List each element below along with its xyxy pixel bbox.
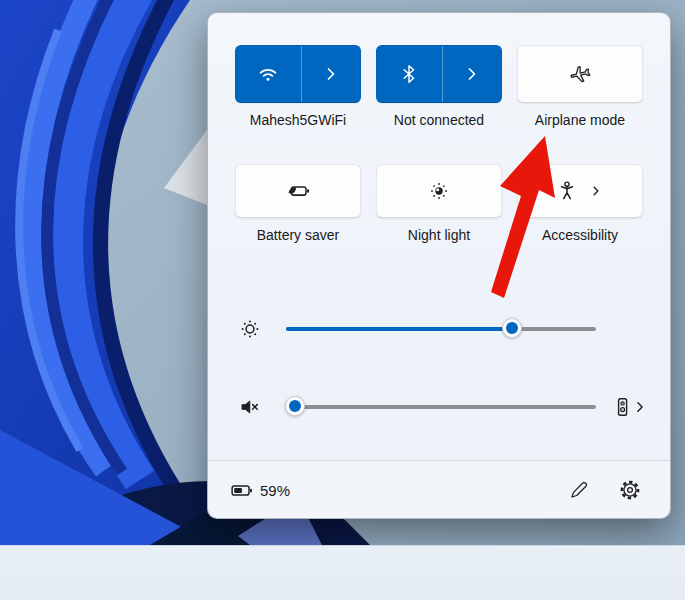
- wifi-expander[interactable]: [301, 46, 360, 102]
- accessibility-tile: Accessibility: [517, 164, 643, 243]
- brightness-icon: [238, 317, 262, 341]
- volume-track[interactable]: [286, 405, 596, 409]
- volume-muted-icon[interactable]: [238, 395, 262, 419]
- bluetooth-icon: [398, 63, 420, 85]
- tile-row-1: Mahesh5GWiFi Not connected: [235, 45, 643, 128]
- wifi-icon: [256, 62, 280, 86]
- night-light-button[interactable]: [376, 164, 502, 218]
- accessibility-icon: [555, 179, 579, 203]
- brightness-slider[interactable]: [286, 317, 596, 341]
- chevron-right-icon: [587, 182, 605, 200]
- accessibility-label: Accessibility: [542, 227, 618, 243]
- gear-icon: [618, 478, 642, 502]
- volume-thumb[interactable]: [285, 396, 305, 416]
- wifi-tile: Mahesh5GWiFi: [235, 45, 361, 128]
- airplane-icon: [568, 62, 592, 86]
- battery-saver-button[interactable]: [235, 164, 361, 218]
- battery-percent-label: 59%: [260, 482, 290, 499]
- wifi-button[interactable]: [235, 45, 361, 103]
- volume-row: [238, 395, 642, 419]
- volume-slider[interactable]: [286, 395, 596, 419]
- airplane-mode-label: Airplane mode: [535, 112, 625, 128]
- accessibility-button[interactable]: [517, 164, 643, 218]
- settings-button[interactable]: [612, 472, 648, 508]
- battery-saver-label: Battery saver: [257, 227, 339, 243]
- tile-row-2: Battery saver Night light: [235, 164, 643, 243]
- bluetooth-button[interactable]: [376, 45, 502, 103]
- quick-settings-panel: Mahesh5GWiFi Not connected: [207, 12, 671, 519]
- chevron-right-icon: [462, 64, 482, 84]
- airplane-tile: Airplane mode: [517, 45, 643, 128]
- audio-output-chevron-icon[interactable]: [630, 395, 650, 419]
- battery-icon: [229, 478, 254, 503]
- quick-settings-footer: 59%: [208, 460, 670, 518]
- night-light-label: Night light: [408, 227, 470, 243]
- battery-status[interactable]: 59%: [229, 478, 290, 503]
- pencil-icon: [567, 479, 590, 502]
- bluetooth-toggle[interactable]: [377, 46, 442, 102]
- night-light-tile: Night light: [376, 164, 502, 243]
- brightness-fill: [286, 327, 512, 331]
- bluetooth-tile: Not connected: [376, 45, 502, 128]
- brightness-row: [238, 317, 642, 341]
- wifi-label: Mahesh5GWiFi: [250, 112, 346, 128]
- wifi-toggle[interactable]: [236, 46, 301, 102]
- bluetooth-expander[interactable]: [442, 46, 501, 102]
- battery-saver-icon: [285, 178, 311, 204]
- night-light-icon: [427, 179, 451, 203]
- chevron-right-icon: [321, 64, 341, 84]
- bluetooth-label: Not connected: [394, 112, 484, 128]
- quick-settings-tile-grid: Mahesh5GWiFi Not connected: [235, 45, 643, 243]
- battery-saver-tile: Battery saver: [235, 164, 361, 243]
- brightness-thumb[interactable]: [502, 318, 522, 338]
- taskbar: 18:30 25-06-2023 2: [0, 545, 685, 600]
- airplane-mode-button[interactable]: [517, 45, 643, 103]
- edit-quick-settings-button[interactable]: [560, 472, 596, 508]
